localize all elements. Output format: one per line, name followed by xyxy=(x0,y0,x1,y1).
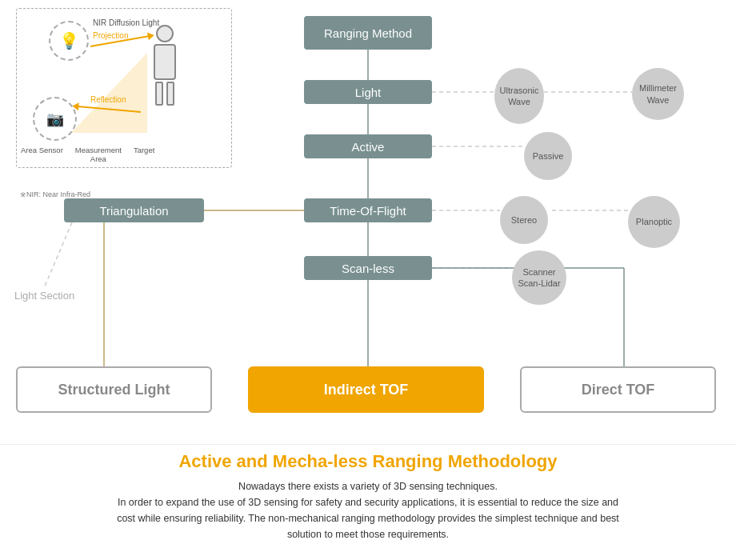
person-figure xyxy=(149,25,181,113)
footer-text: Nowadays there exists a variety of 3D se… xyxy=(32,478,704,542)
millimeter-wave-node: Millimeter Wave xyxy=(632,68,684,120)
structured-light-box: Structured Light xyxy=(16,366,212,413)
active-node: Active xyxy=(304,134,432,158)
diagram-area: 💡 NIR Diffusion Light Projection Reflect… xyxy=(0,0,736,448)
projection-label: Projection xyxy=(93,31,128,40)
footer-line4: solution to meet those requirements. xyxy=(32,526,704,542)
direct-tof-box: Direct TOF xyxy=(520,366,716,413)
footer-title: Active and Mecha-less Ranging Methodolog… xyxy=(32,451,704,472)
scanner-scan-lidar-node: Scanner Scan-Lidar xyxy=(512,250,566,305)
reflection-label: Reflection xyxy=(90,95,126,104)
indirect-tof-box: Indirect TOF xyxy=(248,366,484,413)
target-label: Target xyxy=(134,146,154,163)
svg-line-16 xyxy=(44,222,72,288)
ultrasonic-wave-node: Ultrasonic Wave xyxy=(494,68,544,124)
area-sensor-label: Area Sensor xyxy=(21,146,63,163)
triangulation-node: Triangulation xyxy=(64,198,204,222)
time-of-flight-node: Time-Of-Flight xyxy=(304,198,432,222)
planoptic-node: Planoptic xyxy=(628,196,680,248)
bottom-labels: Area Sensor Measurement Area Target xyxy=(21,146,154,163)
scan-less-node: Scan-less xyxy=(304,256,432,280)
camera-icon: 📷 xyxy=(33,97,77,141)
footer-line1: Nowadays there exists a variety of 3D se… xyxy=(32,478,704,494)
footer-line3: cost while ensuring reliability. The non… xyxy=(32,510,704,526)
footer-section: Active and Mecha-less Ranging Methodolog… xyxy=(0,444,736,560)
nir-note: ※NIR: Near Infra-Red xyxy=(20,190,90,198)
passive-node: Passive xyxy=(524,132,572,180)
measurement-area-label: Measurement Area xyxy=(75,146,122,163)
ranging-method-node: Ranging Method xyxy=(304,16,432,50)
light-node: Light xyxy=(304,80,432,104)
light-section-label: Light Section xyxy=(14,290,74,302)
stereo-node: Stereo xyxy=(500,196,548,244)
illustration-box: 💡 NIR Diffusion Light Projection Reflect… xyxy=(16,8,248,184)
footer-line2: In order to expand the use of 3D sensing… xyxy=(32,494,704,510)
